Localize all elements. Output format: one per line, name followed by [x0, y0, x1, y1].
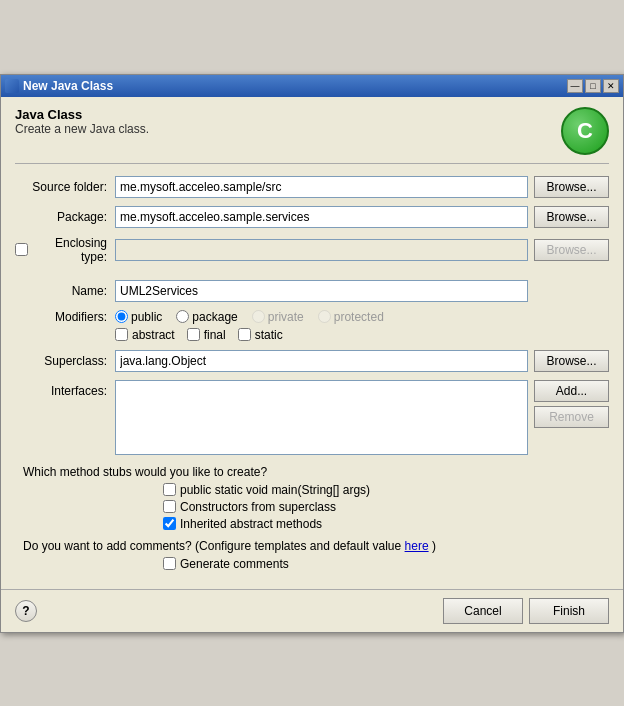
interfaces-section: Interfaces: Add... Remove: [15, 380, 609, 455]
access-modifiers-group: public package private protected: [115, 310, 384, 324]
source-folder-label: Source folder:: [15, 180, 115, 194]
modifiers-section: Modifiers: public package private: [15, 310, 609, 342]
superclass-input[interactable]: [115, 350, 528, 372]
protected-radio-label: protected: [318, 310, 384, 324]
inherited-row: Inherited abstract methods: [163, 517, 609, 531]
abstract-checkbox[interactable]: [115, 328, 128, 341]
protected-radio: [318, 310, 331, 323]
static-checkbox-label: static: [238, 328, 283, 342]
enclosing-type-label-wrapper: Enclosing type:: [15, 236, 115, 264]
comments-checkboxes: Generate comments: [15, 557, 609, 571]
dialog-title: Java Class: [15, 107, 149, 122]
logo-letter: C: [577, 118, 593, 144]
final-label: final: [204, 328, 226, 342]
new-java-class-dialog: New Java Class — □ ✕ Java Class Create a…: [0, 74, 624, 633]
superclass-row: Superclass: Browse...: [15, 350, 609, 372]
constructors-label: Constructors from superclass: [180, 500, 336, 514]
abstract-label: abstract: [132, 328, 175, 342]
cancel-button[interactable]: Cancel: [443, 598, 523, 624]
comments-text-after: ): [432, 539, 436, 553]
generate-comments-label: Generate comments: [163, 557, 609, 571]
enclosing-type-input[interactable]: [115, 239, 528, 261]
name-row: Name:: [15, 280, 609, 302]
modifiers-row1: Modifiers: public package private: [15, 310, 609, 324]
dialog-subtitle: Create a new Java class.: [15, 122, 149, 136]
package-radio-label: package: [176, 310, 237, 324]
comments-text: Do you want to add comments? (Configure …: [15, 539, 609, 553]
package-input[interactable]: [115, 206, 528, 228]
source-folder-browse-button[interactable]: Browse...: [534, 176, 609, 198]
interfaces-buttons: Add... Remove: [534, 380, 609, 455]
public-label: public: [131, 310, 162, 324]
dialog-footer: ? Cancel Finish: [1, 589, 623, 632]
header-text: Java Class Create a new Java class.: [15, 107, 149, 136]
enclosing-type-row: Enclosing type: Browse...: [15, 236, 609, 264]
package-browse-button[interactable]: Browse...: [534, 206, 609, 228]
maximize-button[interactable]: □: [585, 79, 601, 93]
package-label: package: [192, 310, 237, 324]
enclosing-type-checkbox[interactable]: [15, 243, 28, 256]
stubs-checkboxes: public static void main(String[] args) C…: [15, 483, 609, 531]
main-method-row: public static void main(String[] args): [163, 483, 609, 497]
finish-button[interactable]: Finish: [529, 598, 609, 624]
java-class-logo: C: [561, 107, 609, 155]
comments-section: Do you want to add comments? (Configure …: [15, 539, 609, 571]
interfaces-label: Interfaces:: [15, 380, 115, 455]
package-label: Package:: [15, 210, 115, 224]
interfaces-list: [115, 380, 528, 455]
private-radio-label: private: [252, 310, 304, 324]
generate-comments-text: Generate comments: [180, 557, 289, 571]
help-button[interactable]: ?: [15, 600, 37, 622]
close-button[interactable]: ✕: [603, 79, 619, 93]
dialog-content: Java Class Create a new Java class. C So…: [1, 97, 623, 589]
source-folder-row: Source folder: Browse...: [15, 176, 609, 198]
public-radio-label: public: [115, 310, 162, 324]
private-radio: [252, 310, 265, 323]
footer-left: ?: [15, 600, 37, 622]
abstract-checkbox-label: abstract: [115, 328, 175, 342]
superclass-label: Superclass:: [15, 354, 115, 368]
title-bar: New Java Class — □ ✕: [1, 75, 623, 97]
static-label: static: [255, 328, 283, 342]
protected-label: protected: [334, 310, 384, 324]
comments-text-before: Do you want to add comments? (Configure …: [23, 539, 401, 553]
constructors-row: Constructors from superclass: [163, 500, 609, 514]
enclosing-type-checkbox-label: Enclosing type:: [15, 236, 107, 264]
enclosing-type-browse-button[interactable]: Browse...: [534, 239, 609, 261]
main-method-label: public static void main(String[] args): [180, 483, 370, 497]
static-checkbox[interactable]: [238, 328, 251, 341]
modifiers-label: Modifiers:: [15, 310, 115, 324]
package-row: Package: Browse...: [15, 206, 609, 228]
stubs-title: Which method stubs would you like to cre…: [15, 465, 609, 479]
superclass-browse-button[interactable]: Browse...: [534, 350, 609, 372]
public-radio[interactable]: [115, 310, 128, 323]
main-method-checkbox[interactable]: [163, 483, 176, 496]
window-title: New Java Class: [23, 79, 113, 93]
modifiers-row2: abstract final static: [115, 328, 609, 342]
minimize-button[interactable]: —: [567, 79, 583, 93]
generate-comments-checkbox[interactable]: [163, 557, 176, 570]
final-checkbox-label: final: [187, 328, 226, 342]
inherited-label: Inherited abstract methods: [180, 517, 322, 531]
title-bar-buttons: — □ ✕: [567, 79, 619, 93]
package-radio[interactable]: [176, 310, 189, 323]
window-icon: [5, 79, 19, 93]
header-section: Java Class Create a new Java class. C: [15, 107, 609, 164]
comments-configure-link[interactable]: here: [405, 539, 429, 553]
constructors-checkbox[interactable]: [163, 500, 176, 513]
add-interface-button[interactable]: Add...: [534, 380, 609, 402]
source-folder-input[interactable]: [115, 176, 528, 198]
name-label: Name:: [15, 284, 115, 298]
title-bar-left: New Java Class: [5, 79, 113, 93]
remove-interface-button[interactable]: Remove: [534, 406, 609, 428]
enclosing-type-label: Enclosing type:: [32, 236, 107, 264]
name-input[interactable]: [115, 280, 528, 302]
footer-buttons: Cancel Finish: [443, 598, 609, 624]
private-label: private: [268, 310, 304, 324]
inherited-checkbox[interactable]: [163, 517, 176, 530]
stubs-section: Which method stubs would you like to cre…: [15, 465, 609, 531]
final-checkbox[interactable]: [187, 328, 200, 341]
